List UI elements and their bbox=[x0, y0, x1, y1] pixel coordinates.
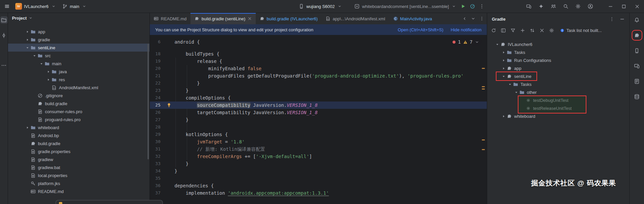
gradle-tree-item-ivlauncher6[interactable]: IVLauncher6 bbox=[487, 40, 629, 48]
code-editor[interactable]: 6android {18 buildTypes {19 release {20 … bbox=[150, 35, 487, 204]
chevron-collapsed-icon[interactable] bbox=[501, 114, 506, 118]
profiler-button[interactable] bbox=[470, 3, 476, 9]
window-close-button[interactable] bbox=[634, 3, 640, 9]
chevron-collapsed-icon[interactable] bbox=[501, 50, 506, 55]
project-tree-item-res[interactable]: res bbox=[8, 76, 150, 84]
gradle-tree-item-run-configurations[interactable]: Run Configurations bbox=[487, 56, 629, 64]
device-selector[interactable]: wujiang S6002 bbox=[298, 3, 343, 9]
warning-stripe-mark[interactable] bbox=[482, 86, 485, 87]
editor-tab-build-gradle-ivlauncher6[interactable]: build.gradle (IVLauncher6) bbox=[256, 13, 322, 24]
project-tree-item-proguard-rules-pro[interactable]: proguard-rules.pro bbox=[8, 115, 150, 123]
chevron-expanded-icon[interactable] bbox=[513, 90, 519, 95]
hide-gradle-panel-icon[interactable] bbox=[620, 17, 625, 22]
code-line-33[interactable]: 33 } bbox=[150, 160, 487, 167]
warning-stripe-mark[interactable] bbox=[482, 68, 485, 69]
gradle-options-icon[interactable] bbox=[609, 17, 614, 22]
code-line-19[interactable]: 19 release { bbox=[150, 58, 487, 65]
settings-icon[interactable] bbox=[575, 3, 581, 9]
project-tree-item-gitignore[interactable]: .gitignore bbox=[8, 92, 150, 100]
editor-tab-app-androidmanifest-xml[interactable]: app\...\AndroidManifest.xml bbox=[322, 13, 389, 24]
window-minimize-button[interactable] bbox=[607, 3, 613, 9]
project-tree-item-androidmanifest-xml[interactable]: AndroidManifest.xml bbox=[8, 84, 150, 92]
code-line-35[interactable]: 35 bbox=[150, 175, 487, 182]
chevron-expanded-icon[interactable] bbox=[507, 82, 513, 87]
code-line-29[interactable]: 29 kotlinOptions { bbox=[150, 131, 487, 138]
more-tool-windows-icon[interactable] bbox=[0, 62, 8, 69]
project-tool-icon[interactable] bbox=[0, 16, 8, 24]
filter-tasks-icon[interactable] bbox=[510, 28, 515, 33]
project-widget[interactable]: IV IVLauncher6 bbox=[15, 3, 57, 10]
project-tree-item-platform-jks[interactable]: platform.jks bbox=[8, 179, 150, 187]
project-tree-item-java[interactable]: java bbox=[8, 68, 150, 76]
code-line-27[interactable]: 27 } bbox=[150, 116, 487, 123]
code-line-18[interactable]: 18 buildTypes { bbox=[150, 50, 487, 58]
run-configuration-selector[interactable]: whiteboardandcomment [sentiLine...ssembl… bbox=[354, 3, 457, 9]
editor-options-icon[interactable] bbox=[480, 16, 484, 21]
ai-assistant-icon[interactable] bbox=[538, 3, 544, 9]
project-tree-item-readme-md[interactable]: README.md bbox=[8, 187, 150, 195]
project-tree-item-gradlew-bat[interactable]: gradlew.bat bbox=[8, 163, 150, 171]
device-mirroring-icon[interactable] bbox=[526, 3, 532, 9]
chevron-expanded-icon[interactable] bbox=[32, 54, 37, 58]
more-actions-icon[interactable] bbox=[479, 3, 485, 9]
main-menu-icon[interactable] bbox=[4, 3, 10, 9]
project-tree-item-android-bp[interactable]: Android.bp bbox=[8, 131, 150, 139]
project-panel-header[interactable]: Project bbox=[8, 13, 150, 23]
code-line-6[interactable]: 6android { bbox=[150, 38, 487, 46]
code-line-26[interactable]: 26 targetCompatibility JavaVersion.VERSI… bbox=[150, 109, 487, 116]
editor-tab-mainactivity-java[interactable]: MainActivity.java bbox=[389, 13, 436, 24]
code-line-28[interactable]: 28 bbox=[150, 123, 487, 131]
sort-tasks-icon[interactable] bbox=[530, 28, 535, 33]
code-line-34[interactable]: 34} bbox=[150, 167, 487, 175]
running-devices-icon[interactable] bbox=[633, 62, 641, 70]
toggle-panel-icon[interactable] bbox=[501, 28, 506, 33]
chevron-collapsed-icon[interactable] bbox=[501, 58, 506, 63]
intention-bulb-icon[interactable] bbox=[166, 102, 171, 107]
code-line-31[interactable]: 31 // 新增: Kotlin编译兼容配置 bbox=[150, 145, 487, 153]
run-button[interactable] bbox=[460, 3, 466, 9]
gradle-tree-item-tasks[interactable]: Tasks bbox=[487, 80, 629, 88]
banner-open-link[interactable]: Open (Ctrl+Alt+Shift+S) bbox=[398, 27, 444, 32]
banner-hide-link[interactable]: Hide notification bbox=[451, 27, 482, 32]
gradle-tree-item-testreleaseunittest[interactable]: testReleaseUnitTest bbox=[487, 104, 629, 112]
gradle-tree-item-other[interactable]: other bbox=[487, 88, 629, 96]
editor-tab-build-gradle-sentiline[interactable]: build.gradle (sentiLine) bbox=[190, 13, 256, 24]
chevron-collapsed-icon[interactable] bbox=[501, 66, 506, 71]
inspections-widget[interactable]: 1 7 bbox=[450, 38, 482, 46]
code-line-37[interactable]: 37 implementation 'androidx.appcompat:ap… bbox=[150, 189, 487, 197]
window-maximize-button[interactable] bbox=[621, 3, 627, 9]
chevron-expanded-icon[interactable] bbox=[25, 46, 30, 50]
code-line-20[interactable]: 20 minifyEnabled false bbox=[150, 65, 487, 72]
logcat-icon[interactable] bbox=[633, 78, 641, 85]
code-line-25[interactable]: 25 sourceCompatibility JavaVersion.VERSI… bbox=[150, 102, 487, 109]
device-manager-icon[interactable] bbox=[633, 47, 641, 54]
project-tree-item-sentiline[interactable]: sentiLine bbox=[8, 44, 150, 52]
gradle-tool-icon[interactable] bbox=[633, 32, 641, 39]
project-tree-item-src[interactable]: src bbox=[8, 52, 150, 60]
code-line-23[interactable]: 23 } bbox=[150, 87, 487, 94]
chevron-down-icon[interactable] bbox=[475, 40, 479, 44]
account-avatar[interactable] bbox=[587, 3, 593, 9]
close-tab-icon[interactable] bbox=[248, 17, 252, 21]
add-gradle-project-icon[interactable] bbox=[520, 28, 525, 33]
code-with-me-icon[interactable] bbox=[550, 3, 556, 9]
chevron-collapsed-icon[interactable] bbox=[25, 125, 30, 130]
notifications-icon[interactable] bbox=[633, 16, 641, 24]
project-tree-item-consumer-rules-pro[interactable]: consumer-rules.pro bbox=[8, 107, 150, 115]
project-tree-item-gradle-properties[interactable]: gradle.properties bbox=[8, 147, 150, 155]
gradle-tree-item-testdebugunittest[interactable]: testDebugUnitTest bbox=[487, 96, 629, 104]
search-everywhere-icon[interactable] bbox=[563, 3, 569, 9]
chevron-collapsed-icon[interactable] bbox=[46, 70, 51, 74]
project-tree-item-build-gradle[interactable]: build.gradle bbox=[8, 139, 150, 147]
vcs-branch-widget[interactable]: main bbox=[62, 3, 87, 9]
chevron-expanded-icon[interactable] bbox=[494, 42, 500, 47]
project-tree-item-gradle[interactable]: gradle bbox=[8, 36, 150, 44]
warning-stripe-mark[interactable] bbox=[482, 89, 485, 90]
chevron-expanded-icon[interactable] bbox=[39, 62, 44, 66]
commit-tool-icon[interactable] bbox=[0, 32, 8, 39]
warning-stripe-mark[interactable] bbox=[482, 139, 485, 140]
popup-cutoff[interactable] bbox=[56, 200, 163, 204]
gradle-tree-item-app[interactable]: app bbox=[487, 64, 629, 72]
gradle-settings-icon[interactable] bbox=[549, 28, 554, 33]
gradle-tree-item-sentiline[interactable]: sentiLine bbox=[487, 72, 629, 80]
